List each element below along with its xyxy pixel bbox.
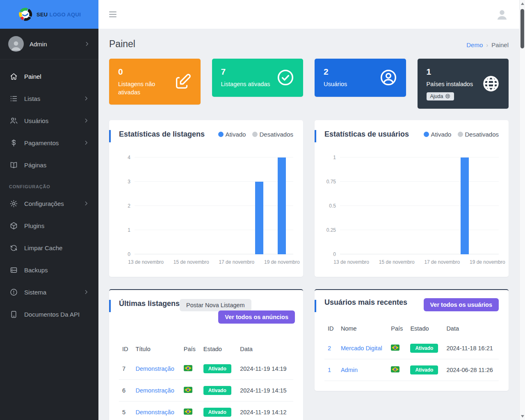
sidebar-item-listas[interactable]: Listas	[0, 87, 98, 110]
gridline	[135, 181, 293, 182]
sidebar-item-paginas[interactable]: Páginas	[0, 154, 98, 176]
sidebar-item-painel[interactable]: Painel	[0, 65, 98, 87]
hamburger-menu-icon[interactable]	[109, 11, 116, 17]
sidebar-item-backups[interactable]: Backups	[0, 259, 98, 281]
cell-date: 2024-11-18 16:21	[443, 338, 499, 359]
column-header-id: ID	[119, 342, 132, 358]
column-header-título: Título	[132, 342, 180, 358]
stat-label: Listagens ativadas	[221, 80, 275, 89]
sidebar-item-label: Configurações	[24, 200, 77, 207]
sidebar: SEU LOGO AQUI Admin PainelListasUsuários…	[0, 0, 98, 420]
sidebar-item-pagamentos[interactable]: Pagamentos	[0, 132, 98, 154]
sidebar-section-label: CONFIGURAÇÃO	[0, 184, 98, 189]
sidebar-item-documentos-api[interactable]: Documentos Da API	[0, 303, 98, 325]
column-header-estado: Estado	[407, 322, 443, 338]
x-tick-label: 19 de novembro	[264, 259, 300, 265]
column-header-estado: Estado	[200, 342, 237, 358]
stat-cards-row: 0Listagens não ativadas7Listagens ativad…	[109, 59, 509, 109]
listing-title-link[interactable]: Demonstração	[135, 409, 174, 415]
globe-icon	[482, 74, 500, 93]
cell-date: 2024-11-19 14:19	[237, 358, 293, 380]
user-name-link[interactable]: Mercado Digital	[341, 345, 382, 352]
logo-icon	[18, 7, 33, 22]
gridline	[340, 157, 499, 158]
id-link[interactable]: 2	[328, 345, 331, 352]
id-link[interactable]: 1	[328, 367, 331, 373]
scroll-down-arrow-icon[interactable]	[521, 415, 524, 418]
chevron-right-icon	[84, 41, 90, 47]
legend-label: Ativado	[225, 131, 246, 138]
dollar-icon	[9, 139, 18, 147]
cell-id[interactable]: 2	[324, 338, 338, 359]
sidebar-item-label: Limpar Cache	[24, 244, 89, 251]
sidebar-item-limpar-cache[interactable]: Limpar Cache	[0, 237, 98, 259]
card-accent	[109, 130, 111, 142]
column-header-país: País	[388, 322, 407, 338]
refresh-icon	[9, 244, 18, 252]
sidebar-item-label: Plugins	[24, 222, 89, 229]
post-new-listing-button[interactable]: Postar Nova Listagem	[180, 299, 251, 311]
logo-header[interactable]: SEU LOGO AQUI	[0, 0, 98, 29]
recent-users-card: Usuários mais recentes Ver todos os usuá…	[315, 289, 509, 391]
recent-users-title: Usuários mais recentes	[324, 298, 407, 307]
breadcrumb-separator: ›	[486, 41, 488, 48]
user-name-link[interactable]: Admin	[341, 367, 358, 373]
breadcrumb: Demo › Painel	[466, 41, 509, 48]
sidebar-item-sistema[interactable]: Sistema	[0, 281, 98, 303]
listing-title-link[interactable]: Demonstração	[135, 387, 174, 394]
chevron-right-icon	[83, 139, 89, 146]
y-tick-label: 0.75	[326, 179, 336, 185]
check-circle-icon	[276, 68, 295, 87]
topbar-avatar[interactable]	[495, 8, 509, 21]
x-tick-label: 17 de novembro	[219, 259, 254, 265]
home-icon	[9, 72, 18, 81]
doc-icon	[9, 310, 18, 319]
sidebar-item-usuarios[interactable]: Usuários	[0, 110, 98, 132]
y-axis: 00.250.50.751	[324, 158, 340, 254]
box-icon	[9, 221, 18, 230]
legend-item-desativados[interactable]: Desativados	[252, 131, 293, 138]
listings-bar-chart: 0123413 de novembro15 de novembro17 de n…	[119, 158, 293, 254]
card-accent	[315, 300, 316, 312]
view-all-listings-button[interactable]: Ver todos os anúncios	[218, 310, 295, 324]
cell-id: 7	[119, 358, 132, 380]
cell-id[interactable]: 1	[324, 359, 338, 381]
x-tick-label: 13 de novembro	[128, 259, 164, 265]
page-title: Painel	[109, 39, 135, 50]
x-tick-label: 19 de novembro	[470, 259, 505, 265]
user-name: Admin	[30, 41, 78, 48]
bar-18-de-novembro	[461, 158, 469, 254]
sidebar-item-plugins[interactable]: Plugins	[0, 215, 98, 237]
help-badge-label: Ajuda	[430, 94, 443, 99]
topbar	[98, 0, 519, 29]
brazil-flag-icon	[184, 409, 192, 415]
sidebar-item-label: Backups	[24, 267, 89, 274]
status-badge: Ativado	[203, 408, 231, 417]
y-tick-label: 2	[128, 203, 130, 209]
legend-item-ativado[interactable]: Ativado	[218, 131, 246, 138]
sidebar-item-configuracoes[interactable]: Configurações	[0, 192, 98, 215]
legend-dot	[458, 132, 463, 137]
legend-label: Desativados	[465, 131, 499, 138]
scrollbar-thumb[interactable]	[520, 9, 524, 48]
sidebar-item-label: Documentos Da API	[24, 311, 89, 318]
title-row: Painel Demo › Painel	[109, 39, 509, 50]
sidebar-user-menu[interactable]: Admin	[0, 29, 98, 59]
gridline	[135, 254, 293, 254]
sidebar-item-label: Usuários	[24, 117, 77, 124]
y-tick-label: 0.25	[326, 227, 336, 233]
sidebar-item-label: Pagamentos	[24, 139, 77, 146]
x-tick-label: 17 de novembro	[424, 259, 460, 265]
listing-title-link[interactable]: Demonstração	[135, 365, 174, 372]
latest-listings-title: Últimas listagens	[119, 298, 185, 309]
breadcrumb-link-demo[interactable]: Demo	[466, 41, 483, 48]
help-badge[interactable]: Ajuda	[427, 92, 454, 100]
cell-country	[388, 338, 407, 359]
legend-item-ativado[interactable]: Ativado	[424, 131, 451, 138]
chevron-right-icon	[83, 289, 89, 295]
scroll-up-arrow-icon[interactable]	[521, 2, 524, 5]
legend-item-desativados[interactable]: Desativados	[458, 131, 499, 138]
vertical-scrollbar[interactable]	[519, 0, 525, 420]
view-all-users-button[interactable]: Ver todos os usuários	[424, 298, 499, 311]
y-tick-label: 0	[333, 251, 336, 257]
